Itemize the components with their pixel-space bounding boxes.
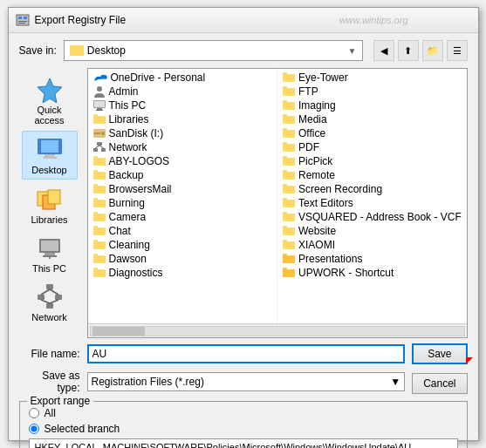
cancel-button[interactable]: Cancel xyxy=(412,373,467,394)
save-in-dropdown[interactable]: Desktop ▼ xyxy=(64,40,363,61)
desktop-icon xyxy=(36,135,64,163)
save-button[interactable]: Save xyxy=(412,343,467,364)
horizontal-scrollbar[interactable] xyxy=(88,323,467,337)
file-list: OneDrive - Personal Admin This PC Librar… xyxy=(88,69,467,323)
list-item[interactable]: Burning xyxy=(88,196,277,210)
list-item[interactable]: Dawson xyxy=(88,252,277,266)
svg-rect-14 xyxy=(41,241,58,251)
svg-rect-0 xyxy=(17,15,29,25)
nav-libraries-label: Libraries xyxy=(31,214,67,225)
list-item[interactable]: Cleaning xyxy=(88,238,277,252)
selected-radio[interactable] xyxy=(29,424,39,434)
list-item[interactable]: XIAOMI xyxy=(277,238,467,252)
svg-rect-43 xyxy=(93,172,106,180)
svg-rect-54 xyxy=(93,240,98,242)
list-item[interactable]: PDF xyxy=(277,140,467,154)
list-item[interactable]: This PC xyxy=(88,98,277,112)
list-item[interactable]: Text Editors xyxy=(277,196,467,210)
buttons-col: Save xyxy=(412,343,467,364)
list-item[interactable]: Imaging xyxy=(277,98,467,112)
list-item[interactable]: Eye-Tower xyxy=(277,71,467,85)
hscroll-track xyxy=(90,326,465,336)
file-list-container: OneDrive - Personal Admin This PC Librar… xyxy=(87,68,468,338)
list-item[interactable]: Remote xyxy=(277,168,467,182)
svg-rect-38 xyxy=(101,148,106,152)
svg-rect-44 xyxy=(93,170,98,173)
selected-radio-label: Selected branch xyxy=(44,423,120,435)
list-item[interactable]: Presentations xyxy=(277,252,467,266)
svg-rect-80 xyxy=(283,212,287,214)
view-button[interactable]: ☰ xyxy=(447,40,468,61)
save-in-row: Save in: Desktop ▼ ◀ ⬆ 📁 ☰ xyxy=(19,40,468,61)
list-item[interactable]: Admin xyxy=(88,85,277,98)
list-item[interactable]: Office xyxy=(277,126,467,140)
filename-input[interactable] xyxy=(87,344,406,363)
save-arrow-indicator xyxy=(466,357,473,364)
svg-rect-81 xyxy=(283,227,295,235)
network-icon xyxy=(36,282,64,310)
svg-rect-4 xyxy=(18,23,25,24)
svg-rect-18 xyxy=(46,284,53,289)
svg-rect-76 xyxy=(283,184,287,187)
svg-rect-85 xyxy=(283,255,295,263)
nav-desktop[interactable]: Desktop xyxy=(22,131,78,180)
svg-line-24 xyxy=(41,300,50,303)
savetype-row: Save as type: Registration Files (*.reg)… xyxy=(19,370,468,394)
svg-rect-1 xyxy=(18,17,22,19)
svg-rect-32 xyxy=(93,114,98,117)
new-folder-button[interactable]: 📁 xyxy=(422,40,443,61)
svg-rect-53 xyxy=(93,241,106,249)
svg-rect-78 xyxy=(283,198,287,200)
list-item[interactable]: PicPick xyxy=(277,154,467,168)
all-radio[interactable] xyxy=(29,408,39,418)
file-column-right: Eye-Tower FTP Imaging Media Office PDF P… xyxy=(277,69,467,323)
svg-rect-70 xyxy=(283,142,287,145)
up-button[interactable]: ⬆ xyxy=(398,40,419,61)
list-item[interactable]: Backup xyxy=(88,168,277,182)
svg-rect-77 xyxy=(283,200,295,207)
back-button[interactable]: ◀ xyxy=(373,40,394,61)
svg-point-26 xyxy=(97,86,102,92)
filename-label: File name: xyxy=(19,348,80,360)
list-item[interactable]: VSQUARED - Address Book - VCF xyxy=(277,210,467,224)
savetype-value: Registration Files (*.reg) xyxy=(92,376,204,388)
list-item[interactable]: ABY-LOGOS xyxy=(88,154,277,168)
svg-rect-16 xyxy=(43,255,57,257)
svg-rect-50 xyxy=(93,212,98,214)
list-item[interactable]: Chat xyxy=(88,224,277,238)
registry-icon xyxy=(16,13,30,27)
list-item[interactable]: Camera xyxy=(88,210,277,224)
svg-rect-69 xyxy=(283,144,295,152)
list-item[interactable]: Diagnostics xyxy=(88,266,277,280)
svg-rect-15 xyxy=(44,253,55,255)
svg-rect-79 xyxy=(283,214,295,221)
svg-line-40 xyxy=(99,146,104,148)
nav-libraries[interactable]: Libraries xyxy=(22,181,78,228)
savetype-select[interactable]: Registration Files (*.reg) ▼ xyxy=(87,372,406,391)
list-item[interactable]: Media xyxy=(277,112,467,126)
nav-this-pc[interactable]: This PC xyxy=(22,230,78,277)
list-item[interactable]: BrowsersMail xyxy=(88,182,277,196)
list-item[interactable]: Network xyxy=(88,140,277,154)
list-item[interactable]: OneDrive - Personal xyxy=(88,71,277,85)
svg-rect-49 xyxy=(93,214,106,221)
list-item[interactable]: Website xyxy=(277,224,467,238)
list-item[interactable]: Screen Recording xyxy=(277,182,467,196)
svg-rect-52 xyxy=(93,226,98,228)
list-item[interactable]: UPWORK - Shortcut xyxy=(277,266,467,280)
list-item[interactable]: Libraries xyxy=(88,112,277,126)
main-area: Quick access Desktop xyxy=(19,68,468,338)
list-item[interactable]: SanDisk (I:) xyxy=(88,126,277,140)
nav-quick-access[interactable]: Quick access xyxy=(22,71,78,129)
title-bar: Export Registry File www.wintips.org xyxy=(9,8,478,33)
left-nav-panel: Quick access Desktop xyxy=(19,68,80,338)
svg-rect-29 xyxy=(97,108,102,110)
svg-rect-82 xyxy=(283,226,287,228)
list-item[interactable]: FTP xyxy=(277,85,467,98)
nav-this-pc-label: This PC xyxy=(32,263,66,274)
svg-line-23 xyxy=(50,289,58,295)
nav-network[interactable]: Network xyxy=(22,279,78,326)
svg-rect-21 xyxy=(46,303,53,309)
svg-rect-83 xyxy=(283,241,295,249)
svg-rect-36 xyxy=(97,142,102,146)
